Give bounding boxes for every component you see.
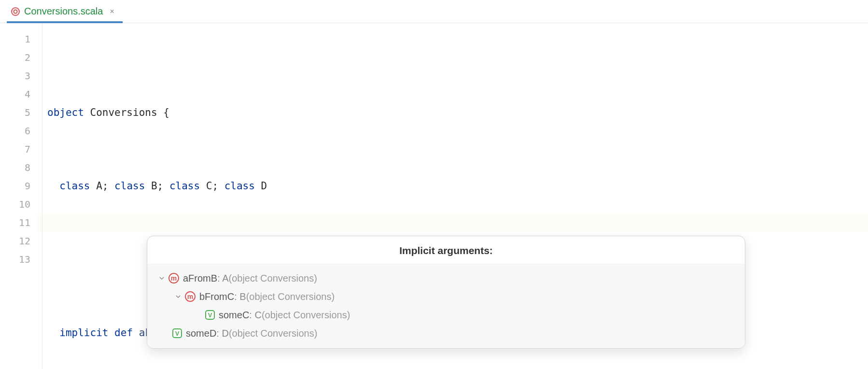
line-number: 2 bbox=[0, 48, 42, 67]
method-icon: m bbox=[185, 291, 196, 302]
line-number: 11 bbox=[0, 213, 42, 232]
tree-node-afromb[interactable]: m aFromB: A (object Conversions) bbox=[147, 269, 745, 287]
line-number: 6 bbox=[0, 122, 42, 140]
method-icon: m bbox=[168, 273, 179, 284]
implicit-arguments-popup: Implicit arguments: m aFromB: A (object … bbox=[147, 236, 745, 349]
tree-node-somec[interactable]: V someC: C (object Conversions) bbox=[147, 306, 745, 324]
line-number: 12 bbox=[0, 232, 42, 250]
value-icon: V bbox=[205, 310, 215, 320]
popup-title: Implicit arguments: bbox=[147, 236, 745, 263]
svg-point-1 bbox=[14, 10, 17, 13]
line-number: 8 bbox=[0, 158, 42, 177]
tab-conversions[interactable]: Conversions.scala × bbox=[7, 0, 118, 23]
line-number: 7 bbox=[0, 140, 42, 158]
gutter: 1 2 3 4 5 6 7 8 9 10 11 12 13 bbox=[0, 23, 42, 369]
popup-tree: m aFromB: A (object Conversions) m bFrom… bbox=[147, 263, 745, 348]
chevron-down-icon[interactable] bbox=[174, 293, 182, 300]
line-number: 5 bbox=[0, 103, 42, 122]
line-number: 9 bbox=[0, 177, 42, 195]
value-icon: V bbox=[172, 328, 182, 338]
chevron-down-icon[interactable] bbox=[158, 274, 166, 282]
line-number: 3 bbox=[0, 67, 42, 85]
tree-node-bfromc[interactable]: m bFromC: B (object Conversions) bbox=[147, 287, 745, 306]
code-line: object Conversions { bbox=[47, 103, 868, 122]
tree-node-somed[interactable]: V someD: D (object Conversions) bbox=[147, 324, 745, 342]
current-line-highlight bbox=[38, 213, 868, 232]
scala-file-icon bbox=[11, 7, 20, 16]
close-icon[interactable]: × bbox=[110, 7, 114, 16]
line-number: 10 bbox=[0, 195, 42, 213]
line-number: 1 bbox=[0, 30, 42, 48]
code-line: class A; class B; class C; class D bbox=[47, 177, 868, 195]
editor-area: 1 2 3 4 5 6 7 8 9 10 11 12 13 object Con… bbox=[0, 23, 868, 369]
line-number: 13 bbox=[0, 250, 42, 269]
line-number: 4 bbox=[0, 85, 42, 103]
svg-point-0 bbox=[12, 8, 19, 15]
tab-bar: Conversions.scala × bbox=[0, 0, 868, 23]
tab-filename: Conversions.scala bbox=[24, 6, 103, 17]
